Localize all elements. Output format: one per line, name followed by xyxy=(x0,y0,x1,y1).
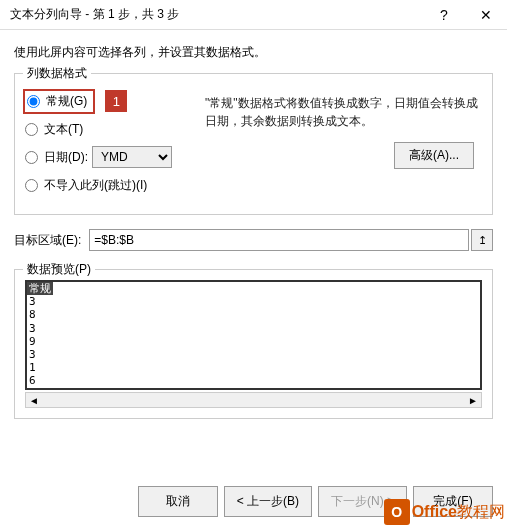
cancel-button[interactable]: 取消 xyxy=(138,486,218,517)
watermark: O Office 教程网 xyxy=(384,499,505,525)
preview-legend: 数据预览(P) xyxy=(23,261,95,278)
watermark-text1: Office xyxy=(412,503,457,521)
destination-row: 目标区域(E): ↥ xyxy=(14,229,493,251)
preview-row: 3 xyxy=(29,322,478,335)
preview-row: 1 xyxy=(29,361,478,374)
scroll-right-icon[interactable]: ► xyxy=(465,395,481,406)
preview-row: 8 xyxy=(29,308,478,321)
window-title: 文本分列向导 - 第 1 步，共 3 步 xyxy=(10,6,179,23)
radio-date[interactable] xyxy=(25,151,38,164)
preview-row: 3 xyxy=(29,295,478,308)
collapse-icon: ↥ xyxy=(478,234,487,247)
radio-date-label: 日期(D): xyxy=(44,149,88,166)
watermark-icon: O xyxy=(384,499,410,525)
preview-column-header: 常规 xyxy=(27,282,53,295)
radio-skip-label: 不导入此列(跳过)(I) xyxy=(44,177,147,194)
radio-general[interactable] xyxy=(27,95,40,108)
advanced-button[interactable]: 高级(A)... xyxy=(394,142,474,169)
range-picker-button[interactable]: ↥ xyxy=(471,229,493,251)
window-controls: ? ✕ xyxy=(423,0,507,30)
callout-highlight: 常规(G) xyxy=(23,89,95,114)
title-bar: 文本分列向导 - 第 1 步，共 3 步 ? ✕ xyxy=(0,0,507,30)
scroll-left-icon[interactable]: ◄ xyxy=(26,395,42,406)
format-legend: 列数据格式 xyxy=(23,65,91,82)
preview-row: 9 xyxy=(29,335,478,348)
destination-label: 目标区域(E): xyxy=(14,232,81,249)
instruction-text: 使用此屏内容可选择各列，并设置其数据格式。 xyxy=(14,44,493,61)
back-button[interactable]: < 上一步(B) xyxy=(224,486,312,517)
preview-row: 6 xyxy=(29,374,478,387)
preview-body: 38393160 xyxy=(27,295,480,390)
scroll-track[interactable] xyxy=(42,393,465,407)
dialog-content: 使用此屏内容可选择各列，并设置其数据格式。 列数据格式 常规(G) 1 文本(T… xyxy=(0,30,507,433)
destination-input[interactable] xyxy=(89,229,469,251)
close-button[interactable]: ✕ xyxy=(465,0,507,30)
radio-general-label: 常规(G) xyxy=(46,93,87,110)
callout-1: 1 xyxy=(105,90,127,112)
preview-row: 0 xyxy=(29,388,478,391)
radio-skip[interactable] xyxy=(25,179,38,192)
preview-group: 数据预览(P) 常规 38393160 ◄ ► xyxy=(14,269,493,419)
preview-row: 3 xyxy=(29,348,478,361)
watermark-text2: 教程网 xyxy=(457,502,505,523)
radio-text-label: 文本(T) xyxy=(44,121,83,138)
column-format-group: 列数据格式 常规(G) 1 文本(T) 日期(D): xyxy=(14,73,493,215)
format-description: "常规"数据格式将数值转换成数字，日期值会转换成日期，其余数据则转换成文本。 xyxy=(205,94,482,130)
horizontal-scrollbar[interactable]: ◄ ► xyxy=(25,392,482,408)
radio-text[interactable] xyxy=(25,123,38,136)
preview-pane[interactable]: 常规 38393160 xyxy=(25,280,482,390)
date-format-select[interactable]: YMD xyxy=(92,146,172,168)
help-button[interactable]: ? xyxy=(423,0,465,30)
